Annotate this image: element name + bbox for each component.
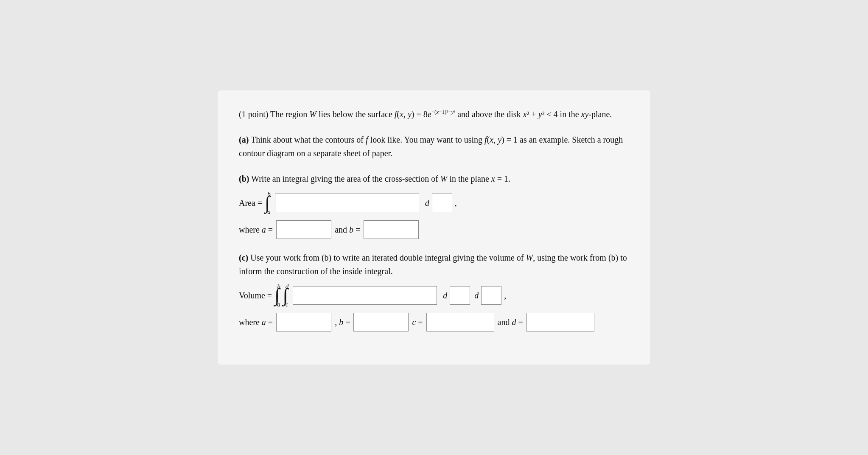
inner-lower: c	[286, 299, 289, 309]
b-b-box[interactable]	[364, 220, 419, 239]
where-ab-line: where a = and b =	[239, 220, 629, 239]
part-b-label: (b)	[239, 174, 249, 183]
inner-upper: d	[286, 281, 289, 292]
volume-label: Volume =	[239, 289, 272, 302]
where-a-label: where a =	[239, 223, 273, 236]
where-abcd-line: where a = , b = c = and d =	[239, 313, 629, 331]
outer-integral-symbol: ∫ b a	[274, 281, 280, 309]
integral-b-lower: a	[267, 207, 271, 217]
outer-lower: a	[277, 299, 280, 309]
d-c-var2-box[interactable]	[481, 286, 501, 305]
integrand-c-box[interactable]	[293, 286, 437, 305]
integral-b-upper: b	[267, 189, 271, 199]
d-c-var1-box[interactable]	[450, 286, 470, 305]
outer-upper: b	[277, 281, 280, 292]
comma-b: ,	[455, 196, 457, 210]
where-a-c-label: where a =	[239, 315, 273, 329]
and-d-c-label: and d =	[498, 315, 523, 329]
c-c-box[interactable]	[426, 313, 494, 331]
part-a: (a) Think about what the contours of f l…	[239, 133, 629, 160]
problem-card: (1 point) The region W lies below the su…	[218, 90, 650, 365]
c-c-label: c =	[412, 315, 423, 329]
inner-integral-symbol: ∫ d c	[283, 281, 291, 309]
b-c-box[interactable]	[353, 313, 409, 331]
d-b-label: d	[425, 196, 429, 210]
part-c: (c) Use your work from (b) to write an i…	[239, 251, 629, 331]
part-b: (b) Write an integral giving the area of…	[239, 172, 629, 239]
d-c-label1: d	[443, 289, 447, 302]
problem-header: (1 point) The region W lies below the su…	[239, 107, 629, 121]
part-c-label: (c)	[239, 253, 248, 262]
integral-b-symbol: ∫ b a	[265, 189, 272, 217]
b-c-label: , b =	[335, 315, 350, 329]
part-a-text: (a) Think about what the contours of f l…	[239, 133, 629, 160]
a-b-box[interactable]	[276, 220, 331, 239]
part-c-text: (c) Use your work from (b) to write an i…	[239, 251, 629, 278]
integrand-b-box[interactable]	[275, 194, 419, 212]
a-c-box[interactable]	[276, 313, 331, 331]
point-label: (1 point) The region W lies below the su…	[239, 110, 612, 119]
volume-integral-line: Volume = ∫ b a ∫ d c d	[239, 281, 629, 309]
comma-c: ,	[504, 289, 506, 302]
and-b-label: and b =	[335, 223, 360, 236]
part-a-label: (a)	[239, 135, 249, 144]
part-b-text: (b) Write an integral giving the area of…	[239, 172, 629, 185]
d-c-label2: d	[474, 289, 479, 302]
area-label: Area =	[239, 196, 262, 210]
d-c-box[interactable]	[526, 313, 594, 331]
area-integral-line: Area = ∫ b a d ,	[239, 189, 629, 217]
d-b-var-box[interactable]	[432, 194, 452, 212]
